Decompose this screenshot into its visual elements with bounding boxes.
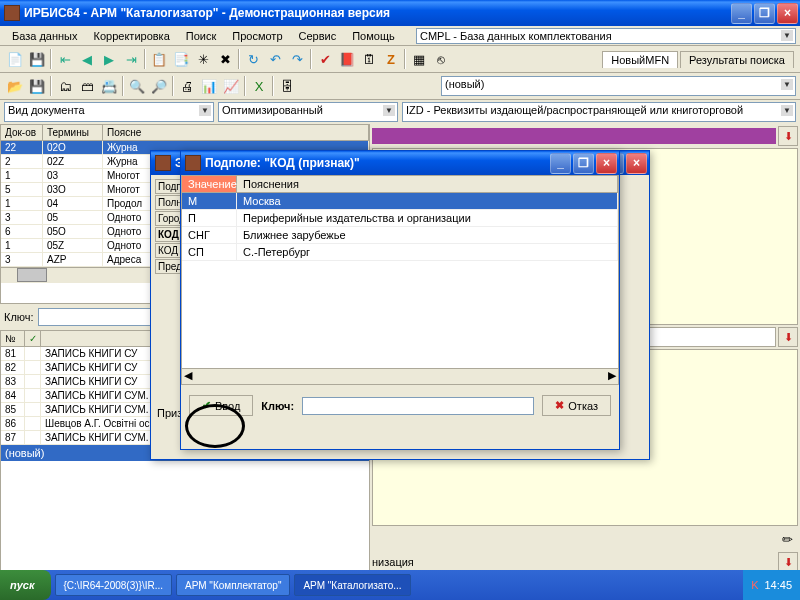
tb-copy-icon[interactable]: 📋 — [148, 48, 170, 70]
tb2-i3[interactable]: 📇 — [98, 75, 120, 97]
modal2-close[interactable]: × — [596, 153, 617, 174]
view-doc-combo[interactable]: Вид документа — [4, 102, 214, 122]
tb-first-icon[interactable]: ⇤ — [54, 48, 76, 70]
tb2-excel-icon[interactable]: X — [248, 75, 270, 97]
tb-save-icon[interactable]: 💾 — [26, 48, 48, 70]
pencil-icon[interactable]: ✏ — [776, 528, 798, 550]
menu-view[interactable]: Просмотр — [224, 28, 290, 44]
db-select[interactable]: CMPL - База данных комплектования — [416, 28, 796, 44]
tab-new-mfn[interactable]: НовыйMFN — [602, 51, 678, 68]
col-terms[interactable]: Термины — [43, 125, 103, 140]
tb2-i5[interactable]: 🔎 — [148, 75, 170, 97]
key-label: Ключ: — [4, 311, 34, 323]
taskbar: пуск {C:\IR64-2008(3)}\IR... АРМ "Компле… — [0, 570, 800, 600]
subfield-row[interactable]: ММосква — [182, 193, 618, 210]
vvod-button[interactable]: ✔Ввод — [189, 395, 253, 416]
tb-next-icon[interactable]: ▶ — [98, 48, 120, 70]
toolbar-2: 📂 💾 🗂 🗃 📇 🔍 🔎 🖨 📊 📈 X 🗄 (новый) — [0, 73, 800, 100]
combo-row: Вид документа Оптимизированный IZD - Рек… — [0, 100, 800, 124]
tray[interactable]: K 14:45 — [743, 570, 800, 600]
purple-bar — [372, 128, 776, 144]
toolbar-1: 📄 💾 ⇤ ◀ ▶ ⇥ 📋 📑 ✳ ✖ ↻ ↶ ↷ ✔ 📕 🗓 Z ▦ ⎋ Но… — [0, 46, 800, 73]
drop-btn-1[interactable]: ⬇ — [778, 126, 798, 146]
maximize-button[interactable]: ❐ — [754, 3, 775, 24]
modal2-hscroll[interactable]: ◀▶ — [182, 368, 618, 384]
tb-last-icon[interactable]: ⇥ — [120, 48, 142, 70]
modal2-key-input[interactable] — [302, 397, 534, 415]
col-num[interactable]: № — [1, 331, 25, 347]
modal-subfield: Подполе: "КОД (признак)" _ ❐ × Значение … — [180, 150, 620, 450]
tb-layout-icon[interactable]: ▦ — [408, 48, 430, 70]
subfield-row[interactable]: СНГБлижнее зарубежье — [182, 227, 618, 244]
window-title: ИРБИС64 - АРМ "Каталогизатор" - Демонстр… — [24, 6, 731, 20]
drop-btn-3[interactable]: ⬇ — [778, 552, 798, 572]
subfield-row[interactable]: СПС.-Петербург — [182, 244, 618, 261]
tray-time: 14:45 — [764, 579, 792, 591]
tb2-i6[interactable]: 📊 — [198, 75, 220, 97]
tb2-i7[interactable]: 📈 — [220, 75, 242, 97]
tb-check-icon[interactable]: ✔ — [314, 48, 336, 70]
tb-z-icon[interactable]: Z — [380, 48, 402, 70]
tb-prev-icon[interactable]: ◀ — [76, 48, 98, 70]
tb-paste-icon[interactable]: 📑 — [170, 48, 192, 70]
main-titlebar: ИРБИС64 - АРМ "Каталогизатор" - Демонстр… — [0, 0, 800, 26]
app-icon — [4, 5, 20, 21]
drop-btn-2[interactable]: ⬇ — [778, 327, 798, 347]
menu-service[interactable]: Сервис — [291, 28, 345, 44]
menu-help[interactable]: Помощь — [344, 28, 403, 44]
minimize-button[interactable]: _ — [731, 3, 752, 24]
col-docs[interactable]: Док-ов — [1, 125, 43, 140]
col-expl[interactable]: Поясне — [103, 125, 369, 140]
col-check[interactable]: ✓ — [25, 331, 41, 347]
org-suffix-field: низация — [372, 556, 776, 568]
tb2-i1[interactable]: 🗂 — [54, 75, 76, 97]
tb-exit-icon[interactable]: ⎋ — [430, 48, 452, 70]
modal1-icon — [155, 155, 171, 171]
tb-redo-icon[interactable]: ↷ — [286, 48, 308, 70]
tab-results[interactable]: Результаты поиска — [680, 51, 794, 68]
tb-undo-icon[interactable]: ↶ — [264, 48, 286, 70]
menubar: База данных Корректировка Поиск Просмотр… — [0, 26, 800, 46]
modal1-close[interactable]: × — [626, 153, 647, 174]
close-button[interactable]: × — [777, 3, 798, 24]
modal2-title: Подполе: "КОД (признак)" — [205, 156, 550, 170]
tb2-open-icon[interactable]: 📂 — [4, 75, 26, 97]
task-1[interactable]: {C:\IR64-2008(3)}\IR... — [55, 574, 173, 596]
menu-db[interactable]: База данных — [4, 28, 86, 44]
col-value[interactable]: Значение — [182, 176, 237, 193]
izd-combo[interactable]: IZD - Реквизиты издающей/распространяюще… — [402, 102, 796, 122]
col-explain[interactable]: Пояснения — [237, 176, 618, 193]
tb2-i4[interactable]: 🔍 — [126, 75, 148, 97]
tb-book-icon[interactable]: 📕 — [336, 48, 358, 70]
start-button[interactable]: пуск — [0, 570, 51, 600]
cancel-button[interactable]: ✖Отказ — [542, 395, 611, 416]
tb2-i8[interactable]: 🗄 — [276, 75, 298, 97]
tb2-save-icon[interactable]: 💾 — [26, 75, 48, 97]
task-3[interactable]: АРМ "Каталогизато... — [294, 574, 410, 596]
modal2-max[interactable]: ❐ — [573, 153, 594, 174]
menu-corr[interactable]: Корректировка — [86, 28, 178, 44]
tray-k-icon: K — [751, 579, 758, 591]
subfield-row[interactable]: ППериферийные издательства и организации — [182, 210, 618, 227]
tb-new-icon[interactable]: 📄 — [4, 48, 26, 70]
modal2-key-label: Ключ: — [261, 400, 294, 412]
opt-combo[interactable]: Оптимизированный — [218, 102, 398, 122]
tb2-i2[interactable]: 🗃 — [76, 75, 98, 97]
modal2-icon — [185, 155, 201, 171]
modal2-min[interactable]: _ — [550, 153, 571, 174]
subfield-grid[interactable]: Значение Пояснения ММоскваППериферийные … — [181, 175, 619, 385]
tb-new2-icon[interactable]: ✳ — [192, 48, 214, 70]
tb-refresh-icon[interactable]: ↻ — [242, 48, 264, 70]
task-2[interactable]: АРМ "Комплектатор" — [176, 574, 290, 596]
tb-cal-icon[interactable]: 🗓 — [358, 48, 380, 70]
new-combo[interactable]: (новый) — [441, 76, 796, 96]
menu-search[interactable]: Поиск — [178, 28, 224, 44]
tb2-print-icon[interactable]: 🖨 — [176, 75, 198, 97]
tb-del-icon[interactable]: ✖ — [214, 48, 236, 70]
